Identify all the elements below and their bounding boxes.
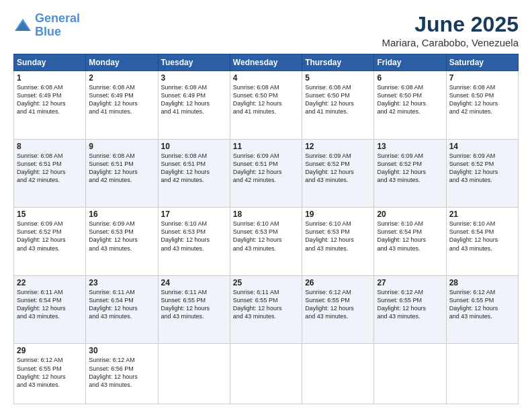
calendar-week-5: 29Sunrise: 6:12 AMSunset: 6:55 PMDayligh… bbox=[14, 344, 519, 404]
day-number: 24 bbox=[161, 278, 227, 287]
calendar-cell: 17Sunrise: 6:10 AMSunset: 6:53 PMDayligh… bbox=[158, 208, 230, 276]
cell-details: Sunrise: 6:10 AMSunset: 6:53 PMDaylight:… bbox=[161, 220, 227, 253]
calendar-cell: 20Sunrise: 6:10 AMSunset: 6:54 PMDayligh… bbox=[374, 208, 446, 276]
calendar-cell: 28Sunrise: 6:12 AMSunset: 6:55 PMDayligh… bbox=[446, 275, 518, 344]
day-number: 5 bbox=[305, 73, 371, 83]
calendar-cell: 12Sunrise: 6:09 AMSunset: 6:52 PMDayligh… bbox=[302, 139, 374, 208]
day-number: 7 bbox=[449, 73, 515, 83]
cell-details: Sunrise: 6:10 AMSunset: 6:54 PMDaylight:… bbox=[377, 220, 443, 253]
calendar-cell: 9Sunrise: 6:08 AMSunset: 6:51 PMDaylight… bbox=[86, 139, 158, 208]
day-number: 14 bbox=[449, 142, 515, 151]
day-number: 18 bbox=[233, 210, 299, 219]
cell-details: Sunrise: 6:12 AMSunset: 6:55 PMDaylight:… bbox=[377, 288, 443, 321]
calendar-cell: 29Sunrise: 6:12 AMSunset: 6:55 PMDayligh… bbox=[14, 344, 86, 404]
day-number: 17 bbox=[161, 210, 227, 219]
day-number: 25 bbox=[233, 278, 299, 287]
day-number: 6 bbox=[377, 73, 443, 83]
day-number: 10 bbox=[161, 142, 227, 151]
cell-details: Sunrise: 6:12 AMSunset: 6:55 PMDaylight:… bbox=[17, 356, 83, 389]
cell-details: Sunrise: 6:10 AMSunset: 6:54 PMDaylight:… bbox=[449, 220, 515, 253]
day-number: 22 bbox=[17, 278, 83, 287]
month-title: June 2025 bbox=[382, 12, 519, 37]
calendar-cell: 19Sunrise: 6:10 AMSunset: 6:53 PMDayligh… bbox=[302, 208, 374, 276]
logo: General Blue bbox=[13, 12, 80, 39]
calendar-week-1: 1Sunrise: 6:08 AMSunset: 6:49 PMDaylight… bbox=[14, 71, 519, 140]
cell-details: Sunrise: 6:08 AMSunset: 6:51 PMDaylight:… bbox=[89, 152, 154, 185]
day-number: 4 bbox=[233, 73, 299, 83]
cell-details: Sunrise: 6:08 AMSunset: 6:51 PMDaylight:… bbox=[161, 152, 227, 185]
day-number: 28 bbox=[449, 278, 515, 287]
cell-details: Sunrise: 6:09 AMSunset: 6:53 PMDaylight:… bbox=[89, 220, 154, 253]
cell-details: Sunrise: 6:09 AMSunset: 6:52 PMDaylight:… bbox=[449, 152, 515, 185]
day-number: 26 bbox=[305, 278, 371, 287]
day-number: 9 bbox=[89, 142, 154, 151]
calendar-cell: 27Sunrise: 6:12 AMSunset: 6:55 PMDayligh… bbox=[374, 275, 446, 344]
calendar-week-4: 22Sunrise: 6:11 AMSunset: 6:54 PMDayligh… bbox=[14, 275, 519, 344]
day-number: 29 bbox=[17, 346, 83, 355]
day-number: 27 bbox=[377, 278, 443, 287]
calendar-cell: 26Sunrise: 6:12 AMSunset: 6:55 PMDayligh… bbox=[302, 275, 374, 344]
calendar-cell: 18Sunrise: 6:10 AMSunset: 6:53 PMDayligh… bbox=[230, 208, 302, 276]
calendar-cell: 10Sunrise: 6:08 AMSunset: 6:51 PMDayligh… bbox=[158, 139, 230, 208]
day-number: 30 bbox=[89, 346, 154, 355]
cell-details: Sunrise: 6:09 AMSunset: 6:51 PMDaylight:… bbox=[233, 152, 299, 185]
cell-details: Sunrise: 6:08 AMSunset: 6:50 PMDaylight:… bbox=[233, 83, 299, 116]
cell-details: Sunrise: 6:09 AMSunset: 6:52 PMDaylight:… bbox=[17, 220, 83, 253]
calendar-cell: 13Sunrise: 6:09 AMSunset: 6:52 PMDayligh… bbox=[374, 139, 446, 208]
day-number: 15 bbox=[17, 210, 83, 219]
day-number: 2 bbox=[89, 73, 154, 83]
logo-text: General Blue bbox=[35, 12, 80, 39]
cell-details: Sunrise: 6:12 AMSunset: 6:55 PMDaylight:… bbox=[305, 288, 371, 321]
weekday-header-thursday: Thursday bbox=[302, 54, 374, 71]
calendar-table: SundayMondayTuesdayWednesdayThursdayFrid… bbox=[13, 54, 519, 404]
cell-details: Sunrise: 6:10 AMSunset: 6:53 PMDaylight:… bbox=[233, 220, 299, 253]
page: General Blue June 2025 Mariara, Carabobo… bbox=[0, 0, 532, 411]
calendar-cell: 24Sunrise: 6:11 AMSunset: 6:55 PMDayligh… bbox=[158, 275, 230, 344]
day-number: 1 bbox=[17, 73, 83, 83]
day-number: 3 bbox=[161, 73, 227, 83]
weekday-header-monday: Monday bbox=[86, 54, 158, 71]
weekday-header-wednesday: Wednesday bbox=[230, 54, 302, 71]
calendar-cell bbox=[446, 344, 518, 404]
calendar-cell: 25Sunrise: 6:11 AMSunset: 6:55 PMDayligh… bbox=[230, 275, 302, 344]
cell-details: Sunrise: 6:12 AMSunset: 6:56 PMDaylight:… bbox=[89, 356, 154, 389]
calendar-cell: 7Sunrise: 6:08 AMSunset: 6:50 PMDaylight… bbox=[446, 71, 518, 140]
cell-details: Sunrise: 6:08 AMSunset: 6:49 PMDaylight:… bbox=[161, 83, 227, 116]
calendar-cell: 2Sunrise: 6:08 AMSunset: 6:49 PMDaylight… bbox=[86, 71, 158, 140]
day-number: 16 bbox=[89, 210, 154, 219]
calendar-cell: 16Sunrise: 6:09 AMSunset: 6:53 PMDayligh… bbox=[86, 208, 158, 276]
cell-details: Sunrise: 6:09 AMSunset: 6:52 PMDaylight:… bbox=[305, 152, 371, 185]
day-number: 21 bbox=[449, 210, 515, 219]
calendar-cell bbox=[302, 344, 374, 404]
calendar-cell: 23Sunrise: 6:11 AMSunset: 6:54 PMDayligh… bbox=[86, 275, 158, 344]
title-block: June 2025 Mariara, Carabobo, Venezuela bbox=[382, 12, 519, 48]
cell-details: Sunrise: 6:11 AMSunset: 6:55 PMDaylight:… bbox=[161, 288, 227, 321]
day-number: 8 bbox=[17, 142, 83, 151]
calendar-cell bbox=[158, 344, 230, 404]
cell-details: Sunrise: 6:08 AMSunset: 6:49 PMDaylight:… bbox=[17, 83, 83, 116]
location: Mariara, Carabobo, Venezuela bbox=[382, 37, 519, 48]
weekday-header-tuesday: Tuesday bbox=[158, 54, 230, 71]
cell-details: Sunrise: 6:08 AMSunset: 6:50 PMDaylight:… bbox=[449, 83, 515, 116]
calendar-cell: 21Sunrise: 6:10 AMSunset: 6:54 PMDayligh… bbox=[446, 208, 518, 276]
weekday-header-row: SundayMondayTuesdayWednesdayThursdayFrid… bbox=[14, 54, 519, 71]
weekday-header-sunday: Sunday bbox=[14, 54, 86, 71]
logo-icon bbox=[13, 16, 32, 35]
cell-details: Sunrise: 6:08 AMSunset: 6:49 PMDaylight:… bbox=[89, 83, 154, 116]
day-number: 23 bbox=[89, 278, 154, 287]
weekday-header-friday: Friday bbox=[374, 54, 446, 71]
calendar-cell: 8Sunrise: 6:08 AMSunset: 6:51 PMDaylight… bbox=[14, 139, 86, 208]
calendar-cell: 30Sunrise: 6:12 AMSunset: 6:56 PMDayligh… bbox=[86, 344, 158, 404]
cell-details: Sunrise: 6:08 AMSunset: 6:51 PMDaylight:… bbox=[17, 152, 83, 185]
calendar-week-3: 15Sunrise: 6:09 AMSunset: 6:52 PMDayligh… bbox=[14, 208, 519, 276]
calendar-cell bbox=[374, 344, 446, 404]
day-number: 13 bbox=[377, 142, 443, 151]
calendar-cell: 5Sunrise: 6:08 AMSunset: 6:50 PMDaylight… bbox=[302, 71, 374, 140]
day-number: 20 bbox=[377, 210, 443, 219]
cell-details: Sunrise: 6:11 AMSunset: 6:55 PMDaylight:… bbox=[233, 288, 299, 321]
calendar-cell: 14Sunrise: 6:09 AMSunset: 6:52 PMDayligh… bbox=[446, 139, 518, 208]
cell-details: Sunrise: 6:10 AMSunset: 6:53 PMDaylight:… bbox=[305, 220, 371, 253]
cell-details: Sunrise: 6:11 AMSunset: 6:54 PMDaylight:… bbox=[89, 288, 154, 321]
day-number: 19 bbox=[305, 210, 371, 219]
calendar-cell: 3Sunrise: 6:08 AMSunset: 6:49 PMDaylight… bbox=[158, 71, 230, 140]
